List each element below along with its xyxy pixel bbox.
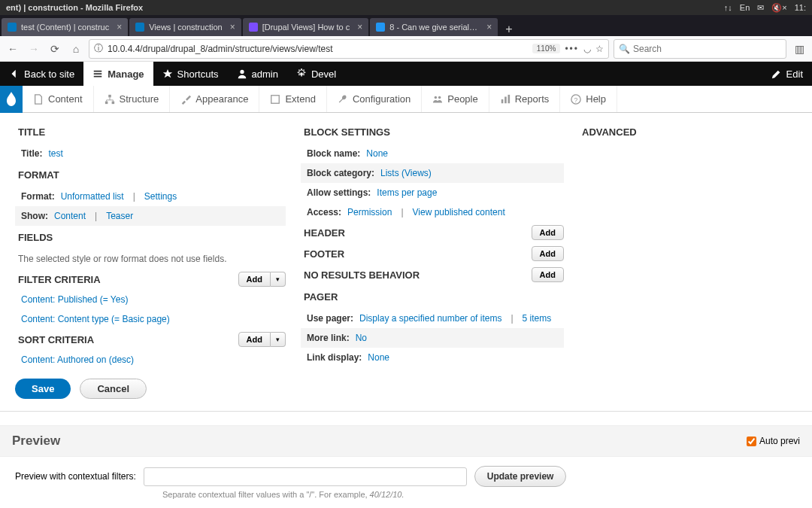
footer-add-button[interactable]: Add bbox=[532, 246, 564, 261]
sort-add-button[interactable]: Add bbox=[238, 332, 271, 347]
filter-bar: FILTER CRITERIA Add ▾ bbox=[15, 269, 286, 290]
admin-people[interactable]: People bbox=[422, 86, 489, 112]
new-tab-button[interactable]: + bbox=[499, 23, 518, 36]
linkdisplay-link[interactable]: None bbox=[368, 352, 389, 363]
library-icon[interactable]: ▥ bbox=[791, 41, 807, 57]
address-bar[interactable]: ⓘ 10.0.4.4/drupal/drupal_8/admin/structu… bbox=[89, 39, 609, 59]
title-label: Title: bbox=[21, 148, 42, 159]
browser-tab[interactable]: 8 - Can we give serial nu × bbox=[370, 18, 498, 36]
bookmark-icon[interactable]: ☆ bbox=[595, 44, 604, 54]
favicon-icon bbox=[8, 23, 17, 32]
search-bar[interactable]: 🔍 bbox=[614, 39, 786, 59]
pager-link[interactable]: Display a specified number of items bbox=[359, 313, 501, 324]
browser-tab[interactable]: test (Content) | construc × bbox=[2, 18, 128, 36]
allow-link[interactable]: Items per page bbox=[377, 187, 437, 198]
more-link-row: More link: No bbox=[301, 328, 564, 348]
advanced-section[interactable]: ADVANCED bbox=[579, 120, 797, 144]
drupal-logo-icon[interactable] bbox=[0, 86, 23, 113]
access-link[interactable]: Permission bbox=[347, 207, 392, 217]
filter-add-button[interactable]: Add bbox=[238, 272, 271, 287]
close-icon[interactable]: × bbox=[117, 22, 122, 32]
page-actions[interactable]: ••• bbox=[565, 44, 579, 54]
pager-label: Use pager: bbox=[307, 313, 353, 324]
block-category-row: Block category: Lists (Views) bbox=[301, 163, 564, 183]
admin-content[interactable]: Content bbox=[23, 86, 94, 112]
format-settings-link[interactable]: Settings bbox=[144, 191, 177, 202]
auto-preview-checkbox[interactable] bbox=[747, 437, 756, 446]
svg-rect-4 bbox=[111, 101, 114, 104]
volume-icon[interactable]: 🔇× bbox=[771, 3, 786, 13]
format-link[interactable]: Unformatted list bbox=[61, 191, 124, 202]
pager-items-link[interactable]: 5 items bbox=[523, 313, 552, 324]
auto-preview-toggle[interactable]: Auto previ bbox=[747, 436, 800, 446]
edit-button[interactable]: Edit bbox=[762, 62, 812, 86]
zoom-level[interactable]: 110% bbox=[532, 44, 561, 53]
more-label: More link: bbox=[307, 333, 350, 343]
block-category-link[interactable]: Lists (Views) bbox=[380, 168, 432, 178]
home-button[interactable]: ⌂ bbox=[68, 41, 84, 57]
noresults-section: NO RESULTS BEHAVIOR bbox=[304, 268, 420, 282]
shortcuts-button[interactable]: Shortcuts bbox=[153, 62, 228, 86]
update-preview-button[interactable]: Update preview bbox=[474, 466, 567, 487]
noresults-add-button[interactable]: Add bbox=[532, 267, 564, 282]
admin-configuration[interactable]: Configuration bbox=[327, 86, 422, 112]
manage-button[interactable]: Manage bbox=[83, 62, 153, 86]
sort-add-dropdown[interactable]: ▾ bbox=[271, 332, 286, 347]
system-tray: ↑↓ En ✉ 🔇× 11: bbox=[724, 3, 806, 13]
teaser-link[interactable]: Teaser bbox=[106, 211, 133, 221]
back-to-site[interactable]: Back to site bbox=[0, 62, 83, 86]
hamburger-icon bbox=[92, 68, 103, 79]
filter-link[interactable]: Content: Published (= Yes) bbox=[21, 294, 128, 305]
forward-button[interactable]: → bbox=[26, 41, 42, 57]
svg-rect-3 bbox=[105, 101, 108, 104]
mail-icon[interactable]: ✉ bbox=[757, 3, 764, 13]
access-label: Access: bbox=[307, 207, 341, 217]
show-link[interactable]: Content bbox=[54, 211, 86, 221]
fields-section: FIELDS bbox=[15, 226, 286, 249]
more-link[interactable]: No bbox=[356, 333, 367, 343]
keyboard-lang[interactable]: En bbox=[740, 3, 750, 12]
admin-help[interactable]: ?Help bbox=[560, 86, 617, 112]
auto-preview-label: Auto previ bbox=[759, 436, 800, 446]
contextual-filters-input[interactable] bbox=[144, 467, 467, 486]
pocket-icon[interactable]: ◡ bbox=[583, 44, 591, 54]
divider bbox=[0, 411, 812, 412]
filter-link[interactable]: Content: Content type (= Basic page) bbox=[21, 314, 170, 324]
views-ui: TITLE Title: test FORMAT Format: Unforma… bbox=[0, 113, 812, 370]
block-name-link[interactable]: None bbox=[366, 148, 388, 159]
close-icon[interactable]: × bbox=[486, 22, 492, 32]
header-add-button[interactable]: Add bbox=[532, 225, 564, 240]
back-button[interactable]: ← bbox=[5, 41, 21, 57]
block-category-label: Block category: bbox=[307, 168, 374, 178]
close-icon[interactable]: × bbox=[230, 22, 235, 32]
block-section: BLOCK SETTINGS bbox=[301, 120, 564, 144]
admin-appearance[interactable]: Appearance bbox=[170, 86, 259, 112]
save-button[interactable]: Save bbox=[15, 379, 71, 399]
admin-reports[interactable]: Reports bbox=[489, 86, 561, 112]
admin-structure[interactable]: Structure bbox=[94, 86, 171, 112]
close-icon[interactable]: × bbox=[357, 22, 362, 32]
access-perm-link[interactable]: View published content bbox=[413, 207, 505, 217]
user-menu[interactable]: admin bbox=[228, 62, 287, 86]
pencil-icon bbox=[771, 68, 782, 79]
puzzle-icon bbox=[270, 94, 280, 105]
info-icon[interactable]: ⓘ bbox=[94, 42, 103, 55]
filter-add-dropdown[interactable]: ▾ bbox=[271, 272, 286, 287]
tab-label: [Drupal Views] How to c bbox=[262, 23, 350, 32]
title-link[interactable]: test bbox=[48, 148, 62, 159]
people-icon bbox=[432, 94, 443, 105]
reload-button[interactable]: ⟳ bbox=[47, 41, 63, 57]
cancel-button[interactable]: Cancel bbox=[80, 379, 147, 399]
devel-button[interactable]: Devel bbox=[287, 62, 345, 86]
sitemap-icon bbox=[105, 94, 115, 105]
search-input[interactable] bbox=[633, 44, 781, 54]
browser-tab[interactable]: Views | construction × bbox=[129, 18, 241, 36]
user-icon bbox=[237, 68, 247, 79]
filter-section: FILTER CRITERIA bbox=[18, 272, 101, 287]
network-icon[interactable]: ↑↓ bbox=[724, 3, 732, 12]
browser-tab[interactable]: [Drupal Views] How to c × bbox=[243, 18, 369, 36]
linkdisplay-label: Link display: bbox=[307, 352, 362, 363]
sort-link[interactable]: Content: Authored on (desc) bbox=[21, 354, 134, 365]
filter-row: Content: Content type (= Basic page) bbox=[15, 309, 286, 329]
admin-extend[interactable]: Extend bbox=[259, 86, 326, 112]
